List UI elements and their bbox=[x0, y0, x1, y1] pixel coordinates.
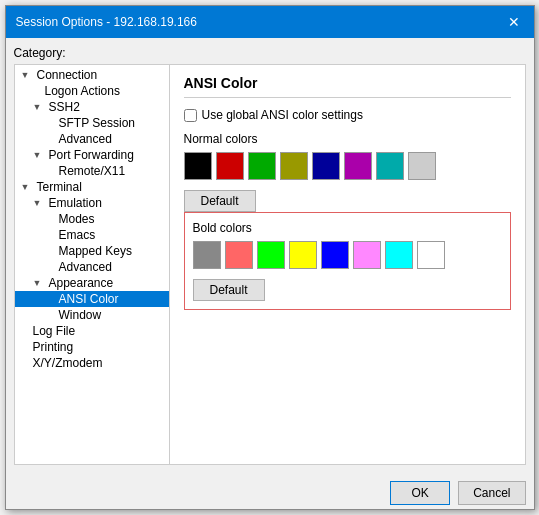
sidebar-item-modes[interactable]: Modes bbox=[15, 211, 169, 227]
tree-toggle-appearance: ▼ bbox=[33, 278, 47, 288]
close-button[interactable]: ✕ bbox=[504, 12, 524, 32]
sidebar-item-appearance[interactable]: ▼Appearance bbox=[15, 275, 169, 291]
normal-color-2[interactable] bbox=[248, 152, 276, 180]
bold-color-1[interactable] bbox=[225, 241, 253, 269]
sidebar-label-modes: Modes bbox=[59, 212, 95, 226]
main-panel: ANSI Color Use global ANSI color setting… bbox=[170, 65, 525, 464]
sidebar-item-connection[interactable]: ▼Connection bbox=[15, 67, 169, 83]
normal-color-0[interactable] bbox=[184, 152, 212, 180]
bold-color-2[interactable] bbox=[257, 241, 285, 269]
title-bar: Session Options - 192.168.19.166 ✕ bbox=[6, 6, 534, 38]
bold-color-3[interactable] bbox=[289, 241, 317, 269]
global-ansi-checkbox-row: Use global ANSI color settings bbox=[184, 108, 511, 122]
sidebar-item-ssh2-advanced[interactable]: Advanced bbox=[15, 131, 169, 147]
normal-color-6[interactable] bbox=[376, 152, 404, 180]
sidebar-item-remote-x11[interactable]: Remote/X11 bbox=[15, 163, 169, 179]
sidebar-item-logon-actions[interactable]: Logon Actions bbox=[15, 83, 169, 99]
sidebar-item-log-file[interactable]: Log File bbox=[15, 323, 169, 339]
normal-colors-label: Normal colors bbox=[184, 132, 511, 146]
bold-color-5[interactable] bbox=[353, 241, 381, 269]
sidebar-label-ssh2: SSH2 bbox=[49, 100, 80, 114]
sidebar-label-emulation: Emulation bbox=[49, 196, 102, 210]
sidebar-label-ansi-color: ANSI Color bbox=[59, 292, 119, 306]
bold-default-button[interactable]: Default bbox=[193, 279, 265, 301]
bold-color-0[interactable] bbox=[193, 241, 221, 269]
sidebar-label-port-forwarding: Port Forwarding bbox=[49, 148, 134, 162]
ok-button[interactable]: OK bbox=[390, 481, 450, 505]
sidebar-item-printing[interactable]: Printing bbox=[15, 339, 169, 355]
sidebar-item-ssh2[interactable]: ▼SSH2 bbox=[15, 99, 169, 115]
bold-color-6[interactable] bbox=[385, 241, 413, 269]
sidebar-label-ssh2-advanced: Advanced bbox=[59, 132, 112, 146]
tree-toggle-terminal: ▼ bbox=[21, 182, 35, 192]
normal-colors-grid bbox=[184, 152, 511, 180]
sidebar-item-window[interactable]: Window bbox=[15, 307, 169, 323]
category-label: Category: bbox=[14, 46, 526, 60]
content-area: ▼ConnectionLogon Actions▼SSH2SFTP Sessio… bbox=[14, 64, 526, 465]
normal-color-5[interactable] bbox=[344, 152, 372, 180]
dialog-body: Category: ▼ConnectionLogon Actions▼SSH2S… bbox=[6, 38, 534, 473]
session-options-dialog: Session Options - 192.168.19.166 ✕ Categ… bbox=[5, 5, 535, 510]
sidebar-label-remote-x11: Remote/X11 bbox=[59, 164, 126, 178]
sidebar-item-mapped-keys[interactable]: Mapped Keys bbox=[15, 243, 169, 259]
sidebar: ▼ConnectionLogon Actions▼SSH2SFTP Sessio… bbox=[15, 65, 170, 464]
footer: OK Cancel bbox=[6, 473, 534, 509]
sidebar-item-ansi-color[interactable]: ANSI Color bbox=[15, 291, 169, 307]
bold-colors-label: Bold colors bbox=[193, 221, 502, 235]
bold-color-4[interactable] bbox=[321, 241, 349, 269]
sidebar-label-x-y-zmodem: X/Y/Zmodem bbox=[33, 356, 103, 370]
sidebar-label-emulation-advanced: Advanced bbox=[59, 260, 112, 274]
tree-toggle-connection: ▼ bbox=[21, 70, 35, 80]
sidebar-item-port-forwarding[interactable]: ▼Port Forwarding bbox=[15, 147, 169, 163]
cancel-button[interactable]: Cancel bbox=[458, 481, 525, 505]
normal-color-4[interactable] bbox=[312, 152, 340, 180]
sidebar-label-window: Window bbox=[59, 308, 102, 322]
sidebar-item-emacs[interactable]: Emacs bbox=[15, 227, 169, 243]
tree-toggle-port-forwarding: ▼ bbox=[33, 150, 47, 160]
sidebar-item-emulation-advanced[interactable]: Advanced bbox=[15, 259, 169, 275]
normal-color-1[interactable] bbox=[216, 152, 244, 180]
sidebar-label-log-file: Log File bbox=[33, 324, 76, 338]
sidebar-label-emacs: Emacs bbox=[59, 228, 96, 242]
bold-color-7[interactable] bbox=[417, 241, 445, 269]
panel-title: ANSI Color bbox=[184, 75, 511, 98]
global-ansi-label[interactable]: Use global ANSI color settings bbox=[202, 108, 363, 122]
normal-default-button[interactable]: Default bbox=[184, 190, 256, 212]
sidebar-label-logon-actions: Logon Actions bbox=[45, 84, 120, 98]
sidebar-label-terminal: Terminal bbox=[37, 180, 82, 194]
sidebar-label-printing: Printing bbox=[33, 340, 74, 354]
sidebar-label-mapped-keys: Mapped Keys bbox=[59, 244, 132, 258]
dialog-title: Session Options - 192.168.19.166 bbox=[16, 15, 197, 29]
normal-color-3[interactable] bbox=[280, 152, 308, 180]
sidebar-item-terminal[interactable]: ▼Terminal bbox=[15, 179, 169, 195]
normal-color-7[interactable] bbox=[408, 152, 436, 180]
sidebar-item-sftp-session[interactable]: SFTP Session bbox=[15, 115, 169, 131]
tree-toggle-emulation: ▼ bbox=[33, 198, 47, 208]
sidebar-label-appearance: Appearance bbox=[49, 276, 114, 290]
sidebar-label-sftp-session: SFTP Session bbox=[59, 116, 135, 130]
sidebar-label-connection: Connection bbox=[37, 68, 98, 82]
global-ansi-checkbox[interactable] bbox=[184, 109, 197, 122]
bold-section: Bold colors Default bbox=[184, 212, 511, 310]
sidebar-item-emulation[interactable]: ▼Emulation bbox=[15, 195, 169, 211]
tree-toggle-ssh2: ▼ bbox=[33, 102, 47, 112]
bold-colors-grid bbox=[193, 241, 502, 269]
sidebar-item-x-y-zmodem[interactable]: X/Y/Zmodem bbox=[15, 355, 169, 371]
